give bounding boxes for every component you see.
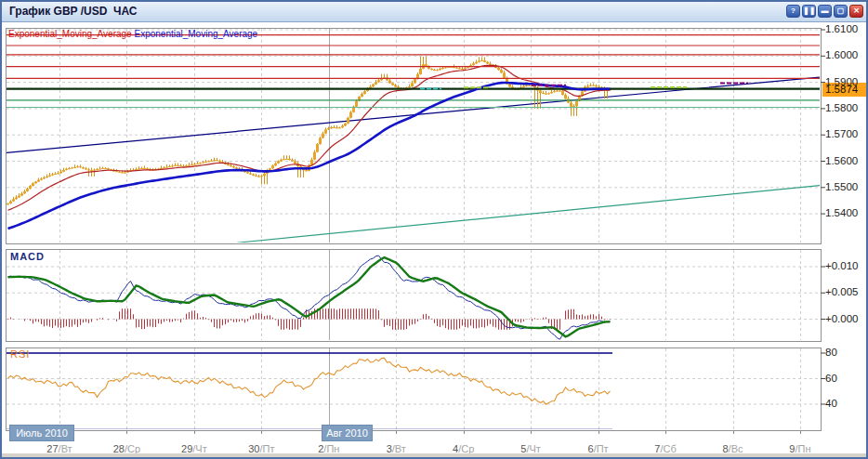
main-panel [7,29,822,244]
maximize-icon[interactable]: ▢ [834,5,848,18]
macd-tick-label: +0.010 [825,260,868,271]
price-tick-label: 1.5600 [825,155,868,166]
ema-fast-legend[interactable]: Exponential_Moving_Average [8,29,132,39]
price-tick-label: 1.5800 [825,102,868,113]
macd-tick-label: +0.000 [825,313,868,324]
close-icon[interactable]: ✕ [849,5,863,18]
month-badge: Авг 2010 [322,425,373,441]
indicator-legend: Exponential_Moving_Average Exponential_M… [8,29,257,39]
rsi-tick-label: 40 [825,398,868,409]
pause-icon[interactable]: ❚❚ [802,5,816,18]
price-tick-label: 1.5500 [825,181,868,192]
price-tick-label: 1.6000 [825,49,868,60]
macd-tick-label: +0.005 [825,286,868,297]
help-icon[interactable]: ? [786,5,800,18]
price-tick-label: 1.5400 [825,207,868,218]
chart-window: График GBP /USD ЧАС ? ❚❚ ▬ ▢ ✕ Exponenti… [0,0,868,459]
chart-surface: Exponential_Moving_Average Exponential_M… [2,22,866,457]
ema-slow-legend[interactable]: Exponential_Moving_Average [134,29,257,39]
month-badge: Июль 2010 [9,425,74,441]
window-title: График GBP /USD ЧАС [9,5,138,18]
rsi-panel [7,348,822,431]
plot-svg [2,22,868,459]
price-tick-label: 1.5700 [825,128,868,139]
title-bar[interactable]: График GBP /USD ЧАС ? ❚❚ ▬ ▢ ✕ [2,2,866,22]
rsi-tick-label: 60 [825,373,868,384]
price-tick-label: 1.5900 [825,76,868,87]
minimize-icon[interactable]: ▬ [818,5,832,18]
rsi-tick-label: 80 [825,347,868,358]
window-bottom-edge [2,453,866,457]
macd-panel-label: MACD [10,251,45,262]
rsi-panel-label: RSI [10,348,30,360]
window-controls: ? ❚❚ ▬ ▢ ✕ [786,5,863,18]
price-tick-label: 1.6100 [825,23,868,34]
